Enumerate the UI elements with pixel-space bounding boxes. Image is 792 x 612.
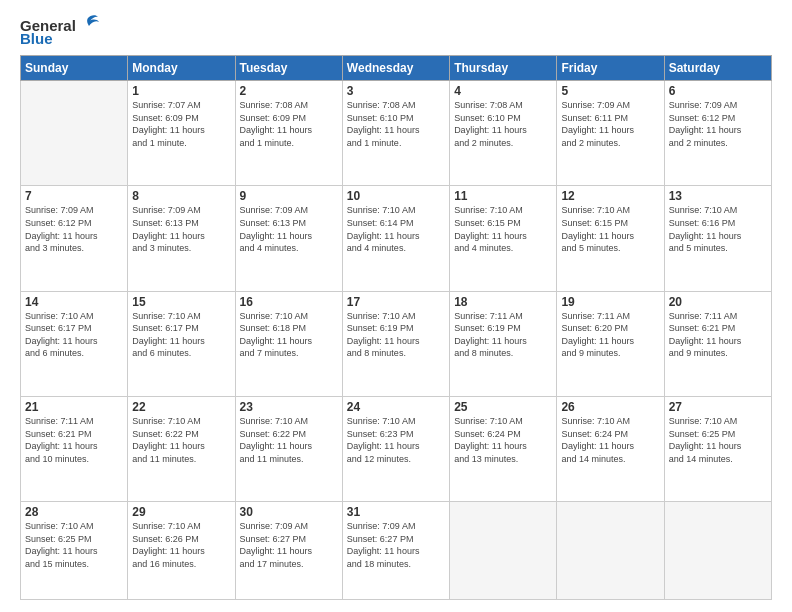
calendar-week-row: 28Sunrise: 7:10 AM Sunset: 6:25 PM Dayli… bbox=[21, 502, 772, 600]
calendar-week-row: 21Sunrise: 7:11 AM Sunset: 6:21 PM Dayli… bbox=[21, 396, 772, 501]
day-number: 12 bbox=[561, 189, 659, 203]
weekday-header: Tuesday bbox=[235, 56, 342, 81]
cell-info: Sunrise: 7:11 AM Sunset: 6:20 PM Dayligh… bbox=[561, 310, 659, 360]
cell-info: Sunrise: 7:10 AM Sunset: 6:25 PM Dayligh… bbox=[669, 415, 767, 465]
day-number: 22 bbox=[132, 400, 230, 414]
cell-info: Sunrise: 7:09 AM Sunset: 6:13 PM Dayligh… bbox=[132, 204, 230, 254]
weekday-header: Sunday bbox=[21, 56, 128, 81]
calendar-cell: 29Sunrise: 7:10 AM Sunset: 6:26 PM Dayli… bbox=[128, 502, 235, 600]
calendar-cell: 7Sunrise: 7:09 AM Sunset: 6:12 PM Daylig… bbox=[21, 186, 128, 291]
cell-info: Sunrise: 7:10 AM Sunset: 6:17 PM Dayligh… bbox=[132, 310, 230, 360]
calendar-table: SundayMondayTuesdayWednesdayThursdayFrid… bbox=[20, 55, 772, 600]
cell-info: Sunrise: 7:09 AM Sunset: 6:27 PM Dayligh… bbox=[347, 520, 445, 570]
calendar-header-row: SundayMondayTuesdayWednesdayThursdayFrid… bbox=[21, 56, 772, 81]
calendar-week-row: 7Sunrise: 7:09 AM Sunset: 6:12 PM Daylig… bbox=[21, 186, 772, 291]
cell-info: Sunrise: 7:10 AM Sunset: 6:18 PM Dayligh… bbox=[240, 310, 338, 360]
day-number: 7 bbox=[25, 189, 123, 203]
calendar-cell: 25Sunrise: 7:10 AM Sunset: 6:24 PM Dayli… bbox=[450, 396, 557, 501]
day-number: 24 bbox=[347, 400, 445, 414]
day-number: 21 bbox=[25, 400, 123, 414]
day-number: 9 bbox=[240, 189, 338, 203]
cell-info: Sunrise: 7:10 AM Sunset: 6:25 PM Dayligh… bbox=[25, 520, 123, 570]
weekday-header: Thursday bbox=[450, 56, 557, 81]
calendar-cell: 22Sunrise: 7:10 AM Sunset: 6:22 PM Dayli… bbox=[128, 396, 235, 501]
cell-info: Sunrise: 7:10 AM Sunset: 6:24 PM Dayligh… bbox=[454, 415, 552, 465]
calendar-cell: 11Sunrise: 7:10 AM Sunset: 6:15 PM Dayli… bbox=[450, 186, 557, 291]
day-number: 2 bbox=[240, 84, 338, 98]
calendar-cell: 6Sunrise: 7:09 AM Sunset: 6:12 PM Daylig… bbox=[664, 81, 771, 186]
day-number: 4 bbox=[454, 84, 552, 98]
day-number: 11 bbox=[454, 189, 552, 203]
calendar-cell: 10Sunrise: 7:10 AM Sunset: 6:14 PM Dayli… bbox=[342, 186, 449, 291]
weekday-header: Wednesday bbox=[342, 56, 449, 81]
cell-info: Sunrise: 7:07 AM Sunset: 6:09 PM Dayligh… bbox=[132, 99, 230, 149]
cell-info: Sunrise: 7:10 AM Sunset: 6:26 PM Dayligh… bbox=[132, 520, 230, 570]
cell-info: Sunrise: 7:08 AM Sunset: 6:10 PM Dayligh… bbox=[454, 99, 552, 149]
calendar-cell bbox=[664, 502, 771, 600]
day-number: 25 bbox=[454, 400, 552, 414]
day-number: 1 bbox=[132, 84, 230, 98]
day-number: 15 bbox=[132, 295, 230, 309]
day-number: 26 bbox=[561, 400, 659, 414]
header: General Blue bbox=[20, 16, 772, 47]
cell-info: Sunrise: 7:10 AM Sunset: 6:14 PM Dayligh… bbox=[347, 204, 445, 254]
cell-info: Sunrise: 7:10 AM Sunset: 6:17 PM Dayligh… bbox=[25, 310, 123, 360]
calendar-cell: 24Sunrise: 7:10 AM Sunset: 6:23 PM Dayli… bbox=[342, 396, 449, 501]
day-number: 19 bbox=[561, 295, 659, 309]
calendar-cell: 28Sunrise: 7:10 AM Sunset: 6:25 PM Dayli… bbox=[21, 502, 128, 600]
calendar-cell: 1Sunrise: 7:07 AM Sunset: 6:09 PM Daylig… bbox=[128, 81, 235, 186]
calendar-cell: 23Sunrise: 7:10 AM Sunset: 6:22 PM Dayli… bbox=[235, 396, 342, 501]
calendar-cell: 2Sunrise: 7:08 AM Sunset: 6:09 PM Daylig… bbox=[235, 81, 342, 186]
calendar-cell: 31Sunrise: 7:09 AM Sunset: 6:27 PM Dayli… bbox=[342, 502, 449, 600]
logo: General Blue bbox=[20, 16, 100, 47]
cell-info: Sunrise: 7:10 AM Sunset: 6:15 PM Dayligh… bbox=[454, 204, 552, 254]
day-number: 23 bbox=[240, 400, 338, 414]
cell-info: Sunrise: 7:08 AM Sunset: 6:09 PM Dayligh… bbox=[240, 99, 338, 149]
cell-info: Sunrise: 7:10 AM Sunset: 6:22 PM Dayligh… bbox=[240, 415, 338, 465]
calendar-cell: 21Sunrise: 7:11 AM Sunset: 6:21 PM Dayli… bbox=[21, 396, 128, 501]
cell-info: Sunrise: 7:10 AM Sunset: 6:15 PM Dayligh… bbox=[561, 204, 659, 254]
calendar-cell: 27Sunrise: 7:10 AM Sunset: 6:25 PM Dayli… bbox=[664, 396, 771, 501]
cell-info: Sunrise: 7:08 AM Sunset: 6:10 PM Dayligh… bbox=[347, 99, 445, 149]
cell-info: Sunrise: 7:11 AM Sunset: 6:21 PM Dayligh… bbox=[25, 415, 123, 465]
logo-blue: Blue bbox=[20, 30, 53, 47]
calendar-cell: 14Sunrise: 7:10 AM Sunset: 6:17 PM Dayli… bbox=[21, 291, 128, 396]
calendar-cell: 4Sunrise: 7:08 AM Sunset: 6:10 PM Daylig… bbox=[450, 81, 557, 186]
cell-info: Sunrise: 7:10 AM Sunset: 6:22 PM Dayligh… bbox=[132, 415, 230, 465]
cell-info: Sunrise: 7:10 AM Sunset: 6:19 PM Dayligh… bbox=[347, 310, 445, 360]
cell-info: Sunrise: 7:10 AM Sunset: 6:24 PM Dayligh… bbox=[561, 415, 659, 465]
day-number: 5 bbox=[561, 84, 659, 98]
calendar-cell bbox=[557, 502, 664, 600]
calendar-week-row: 1Sunrise: 7:07 AM Sunset: 6:09 PM Daylig… bbox=[21, 81, 772, 186]
cell-info: Sunrise: 7:11 AM Sunset: 6:19 PM Dayligh… bbox=[454, 310, 552, 360]
weekday-header: Friday bbox=[557, 56, 664, 81]
page: General Blue SundayMondayTuesdayWednesda… bbox=[0, 0, 792, 612]
cell-info: Sunrise: 7:10 AM Sunset: 6:16 PM Dayligh… bbox=[669, 204, 767, 254]
day-number: 16 bbox=[240, 295, 338, 309]
cell-info: Sunrise: 7:09 AM Sunset: 6:27 PM Dayligh… bbox=[240, 520, 338, 570]
cell-info: Sunrise: 7:10 AM Sunset: 6:23 PM Dayligh… bbox=[347, 415, 445, 465]
logo-bird-icon bbox=[78, 14, 100, 34]
day-number: 17 bbox=[347, 295, 445, 309]
calendar-cell: 18Sunrise: 7:11 AM Sunset: 6:19 PM Dayli… bbox=[450, 291, 557, 396]
day-number: 13 bbox=[669, 189, 767, 203]
cell-info: Sunrise: 7:09 AM Sunset: 6:11 PM Dayligh… bbox=[561, 99, 659, 149]
calendar-cell: 5Sunrise: 7:09 AM Sunset: 6:11 PM Daylig… bbox=[557, 81, 664, 186]
calendar-cell: 12Sunrise: 7:10 AM Sunset: 6:15 PM Dayli… bbox=[557, 186, 664, 291]
day-number: 31 bbox=[347, 505, 445, 519]
day-number: 14 bbox=[25, 295, 123, 309]
day-number: 27 bbox=[669, 400, 767, 414]
calendar-cell: 17Sunrise: 7:10 AM Sunset: 6:19 PM Dayli… bbox=[342, 291, 449, 396]
calendar-cell: 3Sunrise: 7:08 AM Sunset: 6:10 PM Daylig… bbox=[342, 81, 449, 186]
calendar-cell: 16Sunrise: 7:10 AM Sunset: 6:18 PM Dayli… bbox=[235, 291, 342, 396]
calendar-cell: 30Sunrise: 7:09 AM Sunset: 6:27 PM Dayli… bbox=[235, 502, 342, 600]
calendar-cell: 19Sunrise: 7:11 AM Sunset: 6:20 PM Dayli… bbox=[557, 291, 664, 396]
cell-info: Sunrise: 7:09 AM Sunset: 6:13 PM Dayligh… bbox=[240, 204, 338, 254]
calendar-week-row: 14Sunrise: 7:10 AM Sunset: 6:17 PM Dayli… bbox=[21, 291, 772, 396]
day-number: 6 bbox=[669, 84, 767, 98]
calendar-cell bbox=[450, 502, 557, 600]
cell-info: Sunrise: 7:09 AM Sunset: 6:12 PM Dayligh… bbox=[25, 204, 123, 254]
day-number: 3 bbox=[347, 84, 445, 98]
day-number: 30 bbox=[240, 505, 338, 519]
calendar-cell: 26Sunrise: 7:10 AM Sunset: 6:24 PM Dayli… bbox=[557, 396, 664, 501]
